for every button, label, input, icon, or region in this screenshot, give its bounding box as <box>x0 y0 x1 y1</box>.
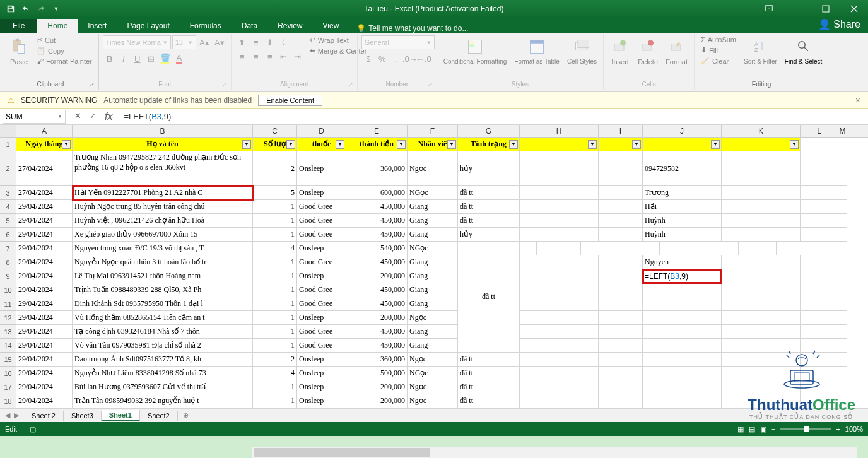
cell-E4[interactable]: 450,000 <box>346 200 408 214</box>
cell-F15[interactable]: Ngọc <box>408 353 458 367</box>
cell-C5[interactable]: 1 <box>253 214 297 228</box>
cell-G2[interactable]: hủy <box>458 151 520 186</box>
clipboard-dialog-launcher[interactable]: ⤢ <box>90 81 97 89</box>
cell-H6[interactable] <box>520 228 599 242</box>
zoom-out-icon[interactable]: − <box>771 425 775 433</box>
cell-A14[interactable]: 29/04/2024 <box>16 339 73 353</box>
name-box[interactable]: SUM▼ <box>3 110 66 124</box>
align-right-icon[interactable]: ≡ <box>263 49 277 63</box>
horizontal-scrollbar[interactable] <box>252 447 857 458</box>
row-header-2[interactable]: 2 <box>0 151 16 186</box>
cell-L6[interactable] <box>801 228 838 242</box>
cell-B5[interactable]: Huỳnh việt , 0962121426 chợ ân hữu Hoà <box>73 214 253 228</box>
cell-F7[interactable]: NGọc <box>408 242 458 255</box>
cell-L12[interactable] <box>801 311 838 325</box>
cell-I5[interactable] <box>599 214 643 228</box>
cell-L14[interactable] <box>801 339 838 353</box>
cell-B16[interactable]: Nguyễn Như Liêm 8338041298 Số nhà 73 <box>73 367 253 380</box>
cell-K16[interactable] <box>722 367 801 380</box>
qat-more-icon[interactable]: ▼ <box>50 3 62 15</box>
header-cell-H[interactable]: ▼ <box>520 138 599 151</box>
delete-cells-button[interactable]: Delete <box>635 35 660 67</box>
row-header-18[interactable]: 18 <box>0 394 16 408</box>
maximize-icon[interactable] <box>811 0 840 18</box>
tab-home[interactable]: Home <box>37 19 78 33</box>
filter-icon[interactable]: ▼ <box>632 140 641 149</box>
cell-J4[interactable]: Hải <box>643 200 722 214</box>
cell-F16[interactable]: NGọc <box>408 367 458 380</box>
cell-C16[interactable]: 4 <box>253 367 297 380</box>
tab-data[interactable]: Data <box>232 19 267 33</box>
cell-H3[interactable] <box>520 186 599 200</box>
cell-D3[interactable]: Onsleep <box>297 186 346 200</box>
cell-D17[interactable]: Onsleep <box>297 380 346 394</box>
undo-icon[interactable] <box>20 3 32 15</box>
cell-A7[interactable]: 29/04/2024 <box>16 242 73 255</box>
cell-I2[interactable] <box>599 151 643 186</box>
cell-E13[interactable]: 450,000 <box>346 325 408 339</box>
cell-I9[interactable] <box>599 269 643 283</box>
cell-E14[interactable]: 450,000 <box>346 339 408 353</box>
cell-J3[interactable]: Trương <box>643 186 722 200</box>
tab-insert[interactable]: Insert <box>78 19 117 33</box>
header-cell-C[interactable]: Số lượ▼ <box>253 138 297 151</box>
tab-formulas[interactable]: Formulas <box>180 19 232 33</box>
cell-F14[interactable]: Giang <box>408 339 458 353</box>
cell-C6[interactable]: 1 <box>253 228 297 242</box>
cell-E8[interactable]: 450,000 <box>346 255 408 269</box>
header-cell-F[interactable]: Nhân viê▼ <box>408 138 458 151</box>
col-header-K[interactable]: K <box>722 125 801 137</box>
row-header-13[interactable]: 13 <box>0 325 16 339</box>
sheet-tab-sheet2[interactable]: Sheet 2 <box>24 411 64 421</box>
cell-L10[interactable] <box>801 283 838 297</box>
dec-decimal-icon[interactable]: ←.0 <box>417 52 431 66</box>
col-header-H[interactable]: H <box>520 125 599 137</box>
align-bottom-icon[interactable]: ⬇ <box>263 35 277 49</box>
font-name-select[interactable]: Times New Roma▼ <box>103 35 171 49</box>
cell-K12[interactable] <box>722 311 801 325</box>
format-painter-button[interactable]: 🖌Format Painter <box>34 57 95 66</box>
align-left-icon[interactable]: ≡ <box>235 49 249 63</box>
cell-L18[interactable] <box>801 394 838 408</box>
align-center-icon[interactable]: ≡ <box>249 49 263 63</box>
cell-C3[interactable]: 5 <box>253 186 297 200</box>
cell-B12[interactable]: Vũ Hồng thắm 0852865154 Tiên cầm an t <box>73 311 253 325</box>
copy-button[interactable]: 📋Copy <box>34 46 95 56</box>
col-header-A[interactable]: A <box>16 125 73 137</box>
col-header-F[interactable]: F <box>408 125 458 137</box>
cell-M11[interactable] <box>838 297 847 311</box>
cell-G18[interactable]: đã tt <box>458 394 520 408</box>
header-cell-A[interactable]: Ngày tháng▼ <box>16 138 73 151</box>
cell-F9[interactable]: Giang <box>408 269 458 283</box>
cell-B18[interactable]: Trần Tân 0985949032 392 nguyễn huệ t <box>73 394 253 408</box>
cell-D18[interactable]: Onsleep <box>297 394 346 408</box>
cell-E17[interactable]: 200,000 <box>346 380 408 394</box>
cell-I18[interactable] <box>599 394 643 408</box>
cell-A13[interactable]: 29/04/2024 <box>16 325 73 339</box>
cell-M17[interactable] <box>838 380 847 394</box>
increase-font-icon[interactable]: A▴ <box>197 35 211 49</box>
cell-A16[interactable]: 29/04/2024 <box>16 367 73 380</box>
cell-E9[interactable]: 200,000 <box>346 269 408 283</box>
format-cells-button[interactable]: Format <box>663 35 690 67</box>
border-button[interactable]: ⊞ <box>144 52 158 66</box>
cell-F8[interactable]: Giang <box>408 255 458 269</box>
cell-F5[interactable]: Giang <box>408 214 458 228</box>
cell-J17[interactable] <box>643 380 722 394</box>
row-header-9[interactable]: 9 <box>0 269 16 283</box>
cell-H10[interactable] <box>520 283 599 297</box>
cell-E12[interactable]: 200,000 <box>346 311 408 325</box>
cell-L11[interactable] <box>801 297 838 311</box>
cell-F12[interactable]: Ngọc <box>408 311 458 325</box>
cell-I17[interactable] <box>599 380 643 394</box>
row-header-8[interactable]: 8 <box>0 255 16 269</box>
cell-J9[interactable]: =LEFT(B3,9) <box>643 269 722 283</box>
cell-H17[interactable] <box>520 380 599 394</box>
col-header-J[interactable]: J <box>643 125 722 137</box>
cell-M5[interactable] <box>838 214 847 228</box>
tab-file[interactable]: File <box>0 19 37 33</box>
align-top-icon[interactable]: ⬆ <box>235 35 249 49</box>
cell-C18[interactable]: 1 <box>253 394 297 408</box>
cell-M18[interactable] <box>838 394 847 408</box>
cell-A5[interactable]: 29/04/2024 <box>16 214 73 228</box>
